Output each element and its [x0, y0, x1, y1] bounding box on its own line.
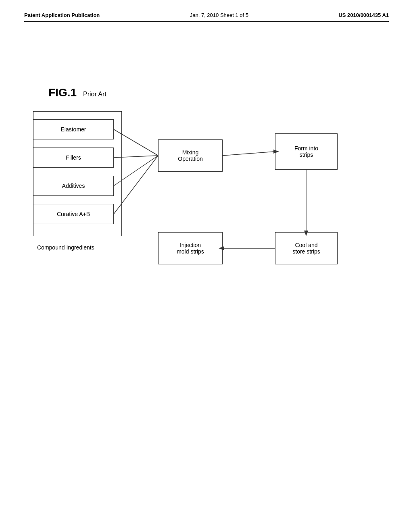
figure-title: FIG.1 Prior Art — [48, 86, 389, 99]
box-cool-store-strips: Cool and store strips — [275, 232, 338, 264]
page-header: Patent Application Publication Jan. 7, 2… — [24, 12, 389, 22]
box-elastomer: Elastomer — [33, 119, 114, 139]
compound-ingredients-label: Compound Ingredients — [37, 244, 94, 251]
box-form-into-strips: Form into strips — [275, 133, 338, 170]
header-center: Jan. 7, 2010 Sheet 1 of 5 — [190, 12, 248, 18]
prior-art-label: Prior Art — [83, 91, 106, 98]
svg-line-4 — [223, 152, 275, 156]
page: Patent Application Publication Jan. 7, 2… — [0, 0, 413, 532]
fig-label: FIG.1 — [48, 86, 77, 99]
header-right: US 2010/0001435 A1 — [338, 12, 389, 18]
box-injection-mold-strips: Injection mold strips — [158, 232, 223, 264]
header-left: Patent Application Publication — [24, 12, 100, 18]
box-fillers: Fillers — [33, 148, 114, 168]
box-curative: Curative A+B — [33, 204, 114, 224]
diagram: Elastomer Fillers Additives Curative A+B… — [33, 111, 380, 313]
box-additives: Additives — [33, 176, 114, 196]
box-mixing-operation: Mixing Operation — [158, 139, 223, 172]
